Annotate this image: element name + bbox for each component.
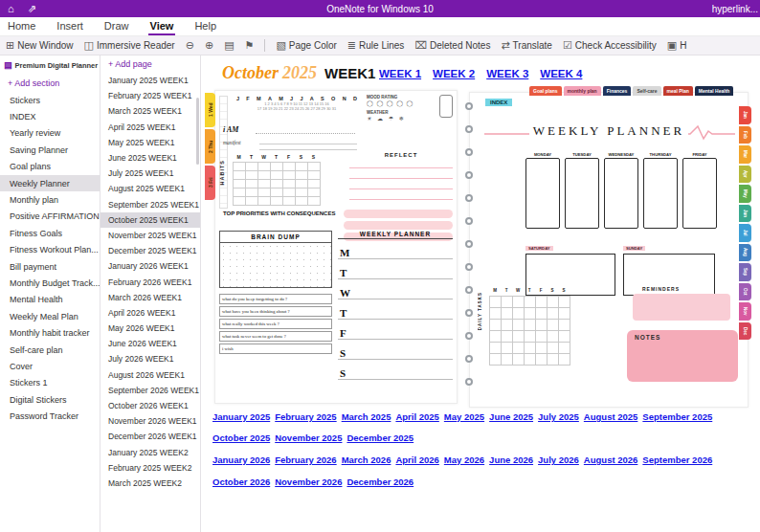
add-section-button[interactable]: + Add section — [0, 75, 100, 92]
notebook-header[interactable]: ▤ Premium Digital Planner 2025 — [0, 55, 100, 75]
month-link-july-2025[interactable]: July 2025 — [538, 411, 579, 422]
sidebar-item-stickers-1[interactable]: Stickers 1 — [0, 375, 100, 391]
share-icon[interactable]: ⇗ — [28, 3, 36, 15]
menu-tab-view[interactable]: View — [148, 17, 176, 35]
page-item-july-2026-week1[interactable]: July 2026 WEEK1 — [101, 351, 200, 366]
month-link-november-2026[interactable]: November 2026 — [275, 477, 342, 487]
page-item-november-2025-week1[interactable]: November 2025 WEEK1 — [101, 228, 200, 243]
home-icon[interactable]: ⌂ — [8, 3, 14, 15]
page-item-may-2026-week1[interactable]: May 2026 WEEK1 — [101, 321, 200, 336]
page-item-february-2025-week1[interactable]: February 2025 WEEK1 — [101, 88, 200, 103]
page-item-march-2025-week1[interactable]: March 2025 WEEK1 — [101, 103, 200, 119]
toolbar-button-print[interactable]: ▤ — [224, 40, 234, 51]
page-item-march-2025-week2[interactable]: March 2025 WEEK2 — [101, 476, 200, 491]
sidebar-item-stickers[interactable]: Stickers — [0, 92, 100, 108]
month-link-march-2026[interactable]: March 2026 — [342, 454, 391, 465]
page-item-january-2025-week1[interactable]: January 2025 WEEK1 — [101, 73, 200, 88]
month-link-august-2026[interactable]: August 2026 — [584, 454, 638, 465]
month-link-october-2026[interactable]: October 2026 — [212, 477, 270, 487]
month-link-june-2025[interactable]: June 2025 — [489, 411, 533, 422]
sidebar-item-fitness-goals[interactable]: Fitness Goals — [0, 225, 100, 241]
month-link-february-2026[interactable]: February 2026 — [275, 454, 336, 465]
sidebar-item-monthly-habit-tracker[interactable]: Monthly habit tracker — [0, 324, 100, 341]
month-link-july-2026[interactable]: July 2026 — [538, 454, 579, 465]
month-link-november-2025[interactable]: November 2025 — [275, 432, 342, 443]
week-link-week-1[interactable]: WEEK 1 — [379, 68, 421, 79]
toolbar-button-rule-lines[interactable]: ≣Rule Lines — [347, 40, 404, 51]
toolbar-button-zoom-in[interactable]: ⊕ — [205, 40, 213, 51]
sidebar-item-fitness-workout-plan[interactable]: Fitness Workout Plan... — [0, 242, 100, 258]
toolbar-button-page-color[interactable]: ▧Page Color — [276, 40, 336, 51]
page-item-may-2025-week1[interactable]: May 2025 WEEK1 — [101, 135, 200, 150]
page-item-october-2026-week1[interactable]: October 2026 WEEK1 — [101, 398, 200, 413]
page-item-august-2026-week1[interactable]: August 2026 WEEK1 — [101, 367, 200, 383]
month-link-june-2026[interactable]: June 2026 — [489, 454, 533, 465]
page-item-december-2025-week1[interactable]: December 2025 WEEK1 — [101, 243, 200, 258]
menu-tab-draw[interactable]: Draw — [102, 17, 131, 35]
month-link-march-2025[interactable]: March 2025 — [342, 411, 391, 422]
toolbar-button-zoom-out[interactable]: ⊖ — [186, 40, 194, 51]
page-item-september-2025-week1[interactable]: September 2025 WEEK1 — [101, 197, 200, 212]
toolbar-button-check-accessibility[interactable]: ☑Check Accessibility — [563, 40, 657, 51]
page-item-july-2025-week1[interactable]: July 2025 WEEK1 — [101, 166, 200, 181]
month-link-december-2025[interactable]: December 2025 — [346, 432, 414, 443]
menu-tab-home[interactable]: Home — [6, 17, 37, 35]
sidebar-item-password-tracker[interactable]: Password Tracker — [0, 408, 100, 424]
week-link-week-4[interactable]: WEEK 4 — [540, 68, 582, 79]
page-item-january-2026-week1[interactable]: January 2026 WEEK1 — [101, 258, 200, 274]
toolbar-button-bookmark[interactable]: ⚑ — [245, 40, 255, 51]
month-link-may-2025[interactable]: May 2025 — [444, 411, 484, 422]
sidebar-item-weekly-meal-plan[interactable]: Weekly Meal Plan — [0, 308, 100, 324]
page-item-september-2026-week1[interactable]: September 2026 WEEK1 — [101, 383, 200, 398]
sidebar-item-weekly-planner[interactable]: Weekly Planner — [0, 175, 100, 191]
week-link-week-3[interactable]: WEEK 3 — [486, 68, 528, 79]
toolbar-button-hide-authors[interactable]: ▣H — [667, 40, 687, 51]
sidebar-item-self-care-plan[interactable]: Self-care plan — [0, 342, 100, 358]
month-link-april-2025[interactable]: April 2025 — [395, 411, 438, 422]
page-item-august-2025-week1[interactable]: August 2025 WEEK1 — [101, 181, 200, 196]
menu-tab-help[interactable]: Help — [192, 17, 218, 35]
month-link-february-2025[interactable]: February 2025 — [275, 411, 336, 422]
month-link-december-2026[interactable]: December 2026 — [346, 477, 414, 487]
weekday-column-friday: FRIDAY — [682, 152, 717, 229]
sidebar-item-yearly-review[interactable]: Yearly review — [0, 125, 100, 142]
page-item-october-2025-week1[interactable]: October 2025 WEEK1 — [101, 212, 200, 228]
toolbar-button-translate[interactable]: ⇄Translate — [501, 40, 552, 51]
page-item-november-2026-week1[interactable]: November 2026 WEEK1 — [101, 413, 200, 429]
sidebar-item-monthly-plan[interactable]: Monthly plan — [0, 191, 100, 208]
sidebar-item-mental-health[interactable]: Mental Health — [0, 292, 100, 308]
month-link-april-2026[interactable]: April 2026 — [395, 454, 438, 465]
add-page-button[interactable]: + Add page — [101, 55, 200, 73]
sidebar-item-monthly-budget-track[interactable]: Monthly Budget Track... — [0, 275, 100, 291]
month-link-january-2026[interactable]: January 2026 — [212, 454, 270, 465]
month-link-october-2025[interactable]: October 2025 — [212, 432, 270, 443]
toolbar-button-new-window[interactable]: ⊞New Window — [6, 40, 74, 51]
page-item-february-2025-week2[interactable]: February 2025 WEEK2 — [101, 460, 200, 476]
month-link-september-2025[interactable]: September 2025 — [642, 411, 712, 422]
sidebar-item-index[interactable]: INDEX — [0, 108, 100, 124]
sidebar-item-goal-plans[interactable]: Goal plans — [0, 159, 100, 175]
week-link-week-2[interactable]: WEEK 2 — [433, 68, 475, 79]
page-item-february-2026-week1[interactable]: February 2026 WEEK1 — [101, 274, 200, 289]
sidebar-item-cover[interactable]: Cover — [0, 358, 100, 374]
month-link-september-2026[interactable]: September 2026 — [642, 454, 712, 465]
page-item-december-2026-week1[interactable]: December 2026 WEEK1 — [101, 429, 200, 444]
toolbar-button-deleted-notes[interactable]: ⌧Deleted Notes — [414, 40, 490, 51]
pages-scrollbar-thumb[interactable] — [196, 98, 199, 165]
planner-page-left: 1 Wed2 Thu3 Fri JFMAMJJASOND 1 2 3 4 5 6… — [214, 90, 458, 404]
page-item-march-2026-week1[interactable]: March 2026 WEEK1 — [101, 290, 200, 305]
page-item-april-2025-week1[interactable]: April 2025 WEEK1 — [101, 120, 200, 135]
page-item-june-2025-week1[interactable]: June 2025 WEEK1 — [101, 150, 200, 166]
page-item-january-2025-week2[interactable]: January 2025 WEEK2 — [101, 445, 200, 460]
toolbar-button-immersive-reader[interactable]: ◫Immersive Reader — [84, 40, 175, 51]
month-link-august-2025[interactable]: August 2025 — [584, 411, 638, 422]
sidebar-item-saving-planner[interactable]: Saving Planner — [0, 142, 100, 158]
month-link-january-2025[interactable]: January 2025 — [212, 411, 270, 422]
menu-tab-insert[interactable]: Insert — [55, 17, 85, 35]
sidebar-item-bill-payment[interactable]: Bill payment — [0, 258, 100, 275]
month-link-may-2026[interactable]: May 2026 — [444, 454, 484, 465]
sidebar-item-positive-affirmation[interactable]: Positive AFFIRMATION — [0, 209, 100, 225]
page-item-june-2026-week1[interactable]: June 2026 WEEK1 — [101, 336, 200, 351]
page-item-april-2026-week1[interactable]: April 2026 WEEK1 — [101, 305, 200, 321]
sidebar-item-digital-stickers[interactable]: Digital Stickers — [0, 391, 100, 408]
